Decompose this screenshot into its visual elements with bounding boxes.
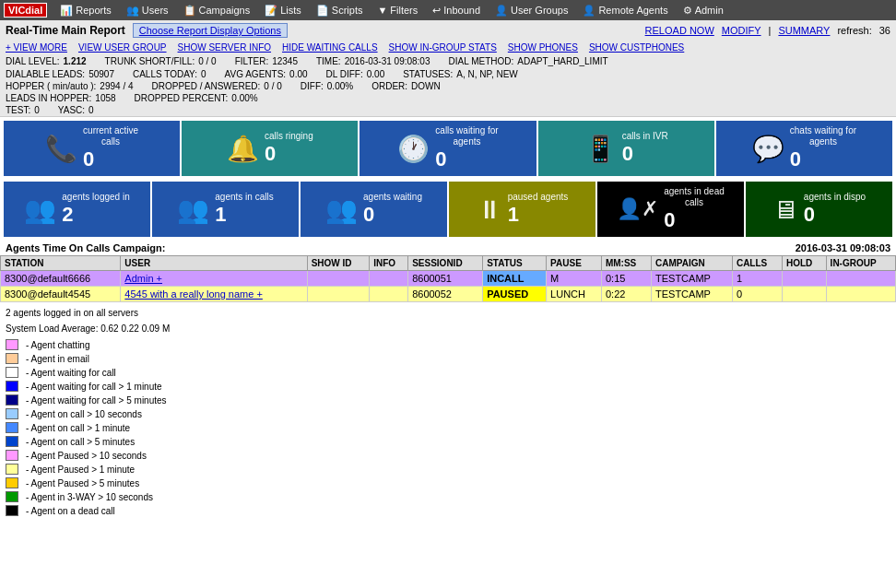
- hopper-value: 2994 / 4: [100, 81, 133, 91]
- nav-reports[interactable]: 📊 Reports: [53, 5, 119, 17]
- legend-label: - Agent Paused > 1 minute: [26, 465, 301, 475]
- nav-remote-agents[interactable]: 👤 Remote Agents: [575, 5, 675, 17]
- cell-campaign: TESTCAMP: [651, 287, 732, 302]
- cell-hold: [782, 271, 826, 287]
- cell-in-group: [826, 271, 895, 287]
- legend-color-swatch: [6, 353, 18, 364]
- show-custphones-link[interactable]: SHOW CUSTPHONES: [589, 42, 684, 53]
- modify-link[interactable]: MODIFY: [722, 25, 761, 36]
- show-phones-link[interactable]: SHOW PHONES: [508, 42, 578, 53]
- nav-inbound[interactable]: ↩ Inbound: [425, 5, 488, 17]
- legend-label: - Agent on call > 10 seconds: [26, 409, 301, 419]
- tile-current-active-calls[interactable]: 📞 current activecalls 0: [4, 121, 180, 176]
- tile-calls-ivr[interactable]: 📱 calls in IVR 0: [538, 121, 714, 176]
- nav-lists[interactable]: 📝 Lists: [257, 5, 309, 17]
- tile-label-dead-calls: agents in deadcalls: [664, 186, 725, 208]
- hide-waiting-calls-link[interactable]: HIDE WAITING CALLS: [282, 42, 378, 53]
- tile-paused-agents[interactable]: ⏸ paused agents 1: [449, 182, 595, 237]
- dial-level-label: DIAL LEVEL:: [6, 56, 60, 66]
- nav-campaigns[interactable]: 📋 Campaigns: [176, 5, 258, 17]
- header-row1: Real-Time Main Report Choose Report Disp…: [0, 20, 896, 41]
- cell-in-group: [826, 287, 895, 302]
- paused-icon: ⏸: [477, 194, 502, 225]
- dial-method-label: DIAL METHOD:: [449, 56, 514, 66]
- hopper-label: HOPPER ( min/auto ):: [6, 81, 96, 91]
- tile-agents-dispo[interactable]: 🖥 agents in dispo 0: [746, 182, 892, 237]
- tile-value-agents-waiting: 0: [363, 203, 374, 227]
- calls-today-label: CALLS TODAY:: [133, 69, 197, 79]
- tile-calls-waiting[interactable]: 🕐 calls waiting foragents 0: [360, 121, 536, 176]
- legend-color-swatch: [6, 339, 18, 350]
- cell-calls: 1: [732, 271, 782, 287]
- summary-link[interactable]: SUMMARY: [778, 25, 830, 36]
- nav-users[interactable]: 👥 Users: [119, 5, 176, 17]
- order-value: DOWN: [411, 81, 441, 91]
- legend-color-swatch: [6, 394, 18, 406]
- yasc-label: YASC:: [58, 105, 85, 115]
- tile-value-calls-ivr: 0: [622, 142, 633, 166]
- col-status: STATUS: [483, 256, 547, 271]
- dropped-pct-value: 0.00%: [231, 93, 257, 103]
- legend-label: - Agent waiting for call > 5 minutes: [26, 395, 301, 406]
- lists-icon: 📝: [265, 5, 277, 17]
- tile-agents-waiting[interactable]: 👥 agents waiting 0: [301, 182, 447, 237]
- nav-scripts[interactable]: 📄 Scripts: [309, 5, 371, 17]
- agents-table-title: Agents Time On Calls Campaign:: [6, 242, 165, 253]
- legend-color-swatch: [6, 408, 18, 419]
- tile-label-calls-waiting: calls waiting foragents: [435, 125, 498, 147]
- cell-sessionid: 8600051: [408, 271, 483, 287]
- diff-label: DIFF:: [301, 81, 324, 91]
- view-more-link[interactable]: + VIEW MORE: [6, 42, 67, 53]
- view-user-group-link[interactable]: VIEW USER GROUP: [78, 42, 167, 53]
- col-pause: PAUSE: [547, 256, 602, 271]
- cell-campaign: TESTCAMP: [651, 271, 732, 287]
- nav-admin[interactable]: ⚙ Admin: [676, 5, 731, 17]
- cell-user[interactable]: 4545 with a really long name +: [121, 287, 307, 302]
- filters-icon: ▼: [377, 5, 387, 16]
- legend-label: - Agent waiting for call: [26, 368, 301, 378]
- cell-user[interactable]: Admin +: [121, 271, 307, 287]
- time-value: 2016-03-31 09:08:03: [345, 56, 430, 66]
- order-label: ORDER:: [371, 81, 407, 91]
- tile-chats-waiting[interactable]: 💬 chats waiting foragents 0: [716, 121, 892, 176]
- legend-color-swatch: [6, 436, 18, 447]
- legend-color-swatch: [6, 367, 18, 378]
- tile-agents-dead-calls[interactable]: 👤✗ agents in deadcalls 0: [597, 182, 744, 237]
- phone-icon: 📞: [45, 134, 77, 164]
- nav-logo[interactable]: VICdial: [4, 3, 47, 18]
- legend-color-swatch: [6, 505, 18, 516]
- calls-today-value: 0: [201, 69, 206, 79]
- campaigns-icon: 📋: [183, 5, 196, 17]
- legend-label: - Agent on a dead call: [26, 506, 301, 516]
- tile-calls-ringing[interactable]: 🔔 calls ringing 0: [182, 121, 358, 176]
- cell-mmss: 0:15: [601, 271, 651, 287]
- tile-agents-in-calls[interactable]: 👥 agents in calls 1: [152, 182, 299, 237]
- tiles-row2: 👥 agents logged in 2 👥 agents in calls 1…: [0, 178, 896, 239]
- legend-label: - Agent on call > 5 minutes: [26, 437, 301, 447]
- legend-label: - Agent Paused > 10 seconds: [26, 451, 301, 461]
- header-area: Real-Time Main Report Choose Report Disp…: [0, 20, 896, 117]
- show-ingroup-stats-link[interactable]: SHOW IN-GROUP STATS: [389, 42, 497, 53]
- trunk-value: 0 / 0: [198, 56, 216, 66]
- dl-diff-value: 0.00: [367, 69, 384, 79]
- tile-label-calls-ivr: calls in IVR: [622, 131, 668, 142]
- nav-filters[interactable]: ▼ Filters: [370, 5, 425, 16]
- tile-value-dead-calls: 0: [664, 208, 675, 232]
- time-label: TIME:: [316, 56, 341, 66]
- dropped-label: DROPPED / ANSWERED:: [152, 81, 261, 91]
- dialable-leads-label: DIALABLE LEADS:: [6, 69, 85, 79]
- legend-label: - Agent chatting: [26, 340, 301, 350]
- show-server-info-link[interactable]: SHOW SERVER INFO: [178, 42, 272, 53]
- dropped-value: 0 / 0: [264, 81, 281, 91]
- refresh-value: 36: [879, 25, 890, 36]
- tile-value-calls-ringing: 0: [265, 142, 276, 166]
- tile-agents-logged-in[interactable]: 👥 agents logged in 2: [4, 182, 150, 237]
- choose-report-button[interactable]: Choose Report Display Options: [133, 23, 288, 38]
- dispo-icon: 🖥: [772, 194, 798, 225]
- statuses-value: A, N, NP, NEW: [456, 69, 518, 79]
- nav-user-groups[interactable]: 👤 User Groups: [488, 5, 575, 17]
- col-hold: HOLD: [782, 256, 826, 271]
- agents-logged-icon: 👥: [24, 194, 56, 225]
- reload-now-link[interactable]: RELOAD NOW: [645, 25, 714, 36]
- cell-hold: [782, 287, 826, 302]
